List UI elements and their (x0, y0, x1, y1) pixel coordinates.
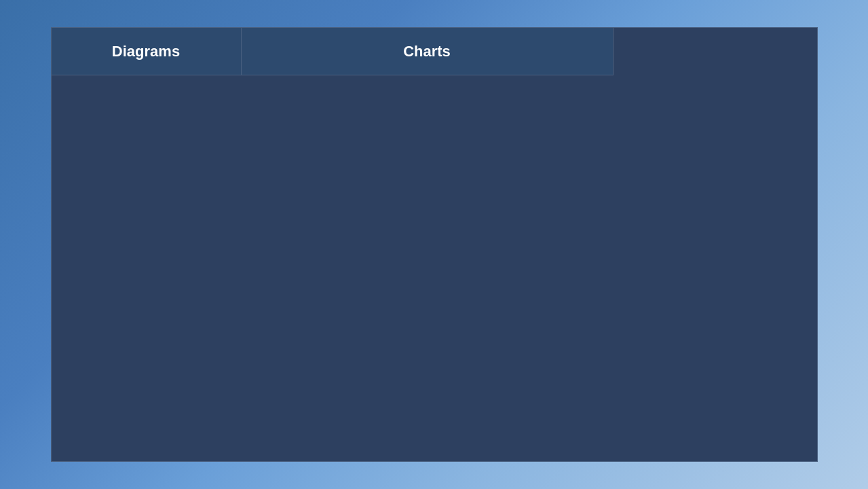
header-diagrams-title: Diagrams (112, 43, 180, 60)
header-charts: Charts (242, 28, 614, 75)
dashboard: Diagrams Charts (51, 27, 818, 462)
header-charts-title: Charts (403, 43, 451, 60)
header-diagrams: Diagrams (52, 28, 242, 75)
